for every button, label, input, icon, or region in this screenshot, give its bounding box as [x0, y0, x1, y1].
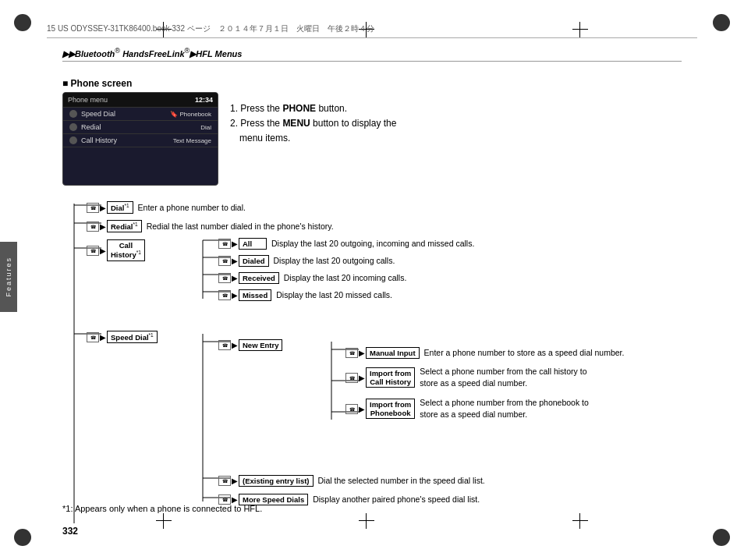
import-call-history-box: Import fromCall History — [366, 367, 415, 388]
existing-entry-box: (Existing entry list) — [239, 475, 314, 487]
section-rule — [62, 61, 682, 62]
new-entry-box: New Entry — [239, 339, 282, 351]
phone-screen-mockup: Phone menu 12:34 Speed Dial 🔖 Phonebook … — [62, 92, 218, 186]
dial-box: Dial*1 — [107, 201, 133, 214]
call-history-row: ☎ ▶ CallHistory*1 — [87, 242, 145, 259]
dial-phone-icon: ☎ — [87, 203, 99, 213]
instruction-step2: 2. Press the MENU button to display the … — [230, 116, 396, 146]
manual-input-icon: ☎ — [345, 348, 358, 358]
corner-mark-tr — [713, 14, 730, 31]
side-tab-label: Features — [5, 257, 12, 297]
phone-menu-call-history: Call History Text Message — [63, 134, 218, 147]
breadcrumb-hfl-menus: HFL Menus — [196, 49, 242, 58]
breadcrumb: ▶▶Bluetooth® HandsFreeLink®▶HFL Menus — [62, 47, 242, 59]
import-call-history-icon: ☎ — [345, 373, 358, 383]
side-tab: Features — [0, 242, 17, 312]
all-icon: ☎ — [218, 239, 231, 249]
existing-entry-description: Dial the selected number in the speed di… — [318, 476, 485, 485]
existing-entry-icon: ☎ — [218, 476, 231, 486]
dialed-box: Dialed — [239, 255, 269, 267]
dialed-description: Display the last 20 outgoing calls. — [274, 256, 395, 265]
corner-mark-bl — [14, 529, 31, 546]
manual-input-box: Manual Input — [366, 347, 420, 359]
existing-entry-row: ☎ ▶ (Existing entry list) Dial the selec… — [218, 472, 485, 489]
redial-phone-icon: ☎ — [87, 222, 99, 232]
instructions: 1. Press the PHONE button. 2. Press the … — [230, 101, 396, 147]
dialed-row: ☎ ▶ Dialed Display the last 20 outgoing … — [218, 252, 395, 269]
crosshair-bottom-left — [156, 513, 172, 529]
phone-screen-title: Phone menu — [68, 96, 108, 104]
speed-dial-row: ☎ ▶ Speed Dial*1 — [87, 328, 158, 346]
redial-icon — [69, 123, 77, 131]
page-number: 332 — [62, 526, 78, 537]
breadcrumb-prefix: ▶▶ — [62, 49, 75, 58]
received-icon: ☎ — [218, 273, 231, 283]
phone-screen-time: 12:34 — [195, 96, 213, 104]
import-call-history-row: ☎ ▶ Import fromCall History Select a pho… — [345, 369, 591, 386]
corner-mark-br — [713, 529, 730, 546]
received-row: ☎ ▶ Received Display the last 20 incomin… — [218, 269, 406, 286]
dialed-icon: ☎ — [218, 256, 231, 266]
received-description: Display the last 20 incoming calls. — [284, 273, 407, 282]
speed-dial-phone-icon: ☎ — [87, 332, 99, 342]
more-speed-dials-description: Display another paired phone's speed dia… — [313, 494, 480, 504]
new-entry-icon: ☎ — [218, 340, 231, 350]
redial-description: Redial the last number dialed in the pho… — [147, 222, 334, 231]
crosshair-bottom-right — [572, 513, 588, 529]
instruction-step1: 1. Press the PHONE button. — [230, 101, 396, 116]
redial-box: Redial*1 — [107, 220, 142, 232]
all-row: ☎ ▶ All Display the last 20 outgoing, in… — [218, 235, 474, 252]
missed-box: Missed — [239, 289, 271, 301]
redial-row: ☎ ▶ Redial*1 Redial the last number dial… — [87, 218, 334, 235]
import-phonebook-box: Import fromPhonebook — [366, 399, 415, 419]
breadcrumb-hfl: HandsFreeLink — [120, 49, 185, 58]
import-phonebook-description: Select a phone number from the phonebook… — [420, 397, 591, 420]
footnote-text: *1: Appears only when a phone is connect… — [62, 504, 262, 513]
all-box: All — [239, 238, 267, 250]
received-box: Received — [239, 272, 279, 284]
phone-screen-label: ■ Phone screen — [62, 78, 132, 89]
dial-description: Enter a phone number to dial. — [138, 203, 246, 212]
import-phonebook-icon: ☎ — [345, 404, 358, 414]
call-history-box: CallHistory*1 — [107, 239, 145, 261]
call-history-icon — [69, 136, 77, 144]
corner-mark-tl — [14, 14, 31, 31]
missed-description: Display the last 20 missed calls. — [276, 290, 392, 299]
crosshair-bottom-center — [359, 513, 374, 529]
new-entry-row: ☎ ▶ New Entry — [218, 336, 282, 353]
phone-menu-speed-dial: Speed Dial 🔖 Phonebook — [63, 108, 218, 121]
breadcrumb-bluetooth: Bluetooth — [75, 49, 115, 58]
all-description: Display the last 20 outgoing, incoming a… — [271, 239, 474, 248]
top-bar: 15 US ODYSSEY-31TK86400.book 332 ページ ２０１… — [47, 23, 697, 38]
footnote: *1: Appears only when a phone is connect… — [62, 504, 262, 513]
missed-row: ☎ ▶ Missed Display the last 20 missed ca… — [218, 286, 392, 303]
call-history-phone-icon: ☎ — [87, 246, 99, 256]
file-info: 15 US ODYSSEY-31TK86400.book 332 ページ ２０１… — [47, 24, 374, 33]
speed-dial-box: Speed Dial*1 — [107, 331, 158, 343]
manual-input-row: ☎ ▶ Manual Input Enter a phone number to… — [345, 344, 624, 361]
missed-icon: ☎ — [218, 290, 231, 300]
import-call-history-description: Select a phone number from the call hist… — [420, 366, 591, 388]
dial-row: ☎ ▶ Dial*1 Enter a phone number to dial. — [87, 199, 246, 216]
speed-dial-icon — [69, 110, 77, 118]
import-phonebook-row: ☎ ▶ Import fromPhonebook Select a phone … — [345, 400, 591, 417]
manual-input-description: Enter a phone number to store as a speed… — [424, 348, 625, 357]
more-speed-dials-icon: ☎ — [218, 494, 231, 505]
phone-menu-redial: Redial Dial — [63, 121, 218, 134]
